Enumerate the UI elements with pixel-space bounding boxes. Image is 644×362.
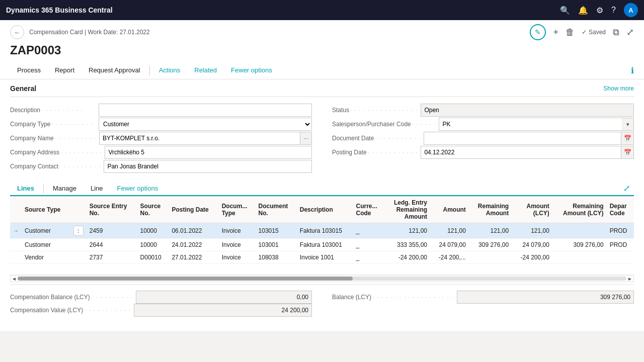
col-source-type: Source Type [22, 197, 70, 223]
document-date-label: Document Date · · · · · · · · · · · [332, 135, 421, 142]
cell-source-no: 10000 [137, 239, 169, 251]
avatar[interactable]: A [624, 3, 638, 17]
delete-button[interactable]: 🗑 [566, 27, 575, 38]
cell-source-no: 10000 [137, 223, 169, 239]
compensation-value-value: 24 200,00 [134, 304, 312, 317]
cell-source-entry-no: 2459 [87, 223, 137, 239]
balance-label: Balance (LCY) · · · · · · · · · · · · · … [332, 294, 454, 301]
tab-request-approval[interactable]: Request Approval [82, 62, 147, 79]
document-date-input-group: 📅 [424, 132, 634, 145]
cell-posting-date: 24.01.2022 [169, 239, 218, 251]
description-row: Description · · · · · · · · · · [10, 103, 312, 117]
page-title: ZAP0003 [10, 43, 634, 57]
tab-actions[interactable]: Actions [152, 62, 188, 79]
tab-lines[interactable]: Lines [10, 182, 41, 196]
scroll-thumb[interactable] [18, 277, 353, 281]
company-contact-label: Company Contact · · · · · · · · · · [10, 163, 101, 170]
expand-button[interactable]: ⤢ [626, 27, 634, 38]
document-date-calendar-button[interactable]: 📅 [621, 132, 634, 145]
breadcrumb-row: ← Compensation Card | Work Date: 27.01.2… [10, 24, 634, 40]
col-menu [70, 197, 87, 223]
horizontal-scrollbar[interactable]: ◄ ► [10, 275, 634, 282]
tab-manage[interactable]: Manage [46, 182, 84, 196]
company-name-ellipsis-button[interactable]: ··· [300, 132, 312, 145]
lines-tab-divider [43, 184, 44, 194]
cell-doc-no: 103015 [256, 223, 297, 239]
salesperson-row: Salesperson/Purchaser Code · · · · · · ▾ [332, 117, 634, 131]
add-button[interactable]: + [553, 27, 558, 38]
cell-arrow: → [10, 223, 22, 239]
col-arrow [10, 197, 22, 223]
general-form: Description · · · · · · · · · · Company … [10, 103, 634, 173]
nav-tabs-row: Process Report Request Approval Actions … [10, 62, 634, 79]
table-row[interactable]: → Customer ⋮ 2459 10000 06.01.2022 Invoi… [10, 223, 634, 239]
help-icon[interactable]: ? [611, 6, 616, 15]
edit-button[interactable]: ✎ [530, 24, 546, 40]
col-ledg-remaining: Ledg. EntryRemainingAmount [384, 197, 430, 223]
company-type-select[interactable]: Customer Vendor [99, 118, 312, 131]
cell-posting-date: 27.01.2022 [169, 251, 218, 264]
saved-indicator: ✓ Saved [582, 29, 606, 36]
page-header: ← Compensation Card | Work Date: 27.01.2… [0, 20, 644, 79]
breadcrumb-left: ← Compensation Card | Work Date: 27.01.2… [10, 25, 150, 39]
posting-date-calendar-button[interactable]: 📅 [621, 146, 634, 159]
document-date-input[interactable] [424, 132, 621, 145]
scroll-left-button[interactable]: ◄ [11, 275, 18, 282]
cell-remaining: 121,00 [469, 223, 512, 239]
scroll-right-button[interactable]: ► [626, 275, 633, 282]
tab-line[interactable]: Line [84, 182, 110, 196]
table-row[interactable]: Vendor 2737 D00010 27.01.2022 Invoice 10… [10, 251, 634, 264]
table-empty-row [10, 264, 634, 275]
tab-related[interactable]: Related [187, 62, 224, 79]
lines-expand-icon[interactable]: ⤢ [619, 182, 634, 195]
cell-doc-no: 103001 [256, 239, 297, 251]
cell-curr-code: _ [353, 223, 384, 239]
cell-dep-code: PROD [607, 239, 634, 251]
back-button[interactable]: ← [10, 25, 24, 39]
cell-menu [70, 251, 87, 264]
balance-row: Balance (LCY) · · · · · · · · · · · · · … [332, 291, 634, 304]
tab-report[interactable]: Report [48, 62, 82, 79]
company-address-input[interactable] [105, 146, 312, 159]
footer-balances: Compensation Balance (LCY) · · · · · · ·… [10, 284, 634, 321]
cell-doc-no: 108038 [256, 251, 297, 264]
cell-amount: 121,00 [430, 223, 469, 239]
row-menu-button[interactable]: ⋮ [73, 226, 84, 236]
cell-amount-lcy: -24 200,00 [512, 251, 552, 264]
tab-lines-fewer-options[interactable]: Fewer options [110, 182, 166, 195]
open-new-window-button[interactable]: ⧉ [613, 27, 619, 38]
salesperson-dropdown-button[interactable]: ▾ [622, 118, 634, 131]
cell-ledg-remaining: 121,00 [384, 223, 430, 239]
cell-amount-lcy: 121,00 [512, 223, 552, 239]
posting-date-input[interactable] [421, 146, 621, 159]
description-input[interactable] [99, 104, 312, 117]
cell-arrow [10, 251, 22, 264]
cell-menu[interactable]: ⋮ [70, 223, 87, 239]
status-row: Status · · · · · · · · · · · · · · · · [332, 103, 634, 117]
tab-fewer-options[interactable]: Fewer options [224, 62, 279, 79]
company-name-input-group: ··· [99, 132, 312, 145]
app-brand: Dynamics 365 Business Central [6, 6, 560, 14]
cell-curr-code: _ [353, 251, 384, 264]
company-contact-input[interactable] [104, 160, 312, 173]
info-icon[interactable]: ℹ [631, 66, 634, 75]
breadcrumb: Compensation Card | Work Date: 27.01.202… [29, 29, 150, 36]
bell-icon[interactable]: 🔔 [578, 6, 588, 15]
breadcrumb-actions: ✎ + 🗑 ✓ Saved ⧉ ⤢ [530, 24, 634, 40]
nav-tabs: Process Report Request Approval Actions … [10, 62, 279, 79]
col-doc-type: Docum...Type [219, 197, 256, 223]
tab-process[interactable]: Process [10, 62, 48, 79]
company-name-input[interactable] [99, 132, 300, 145]
show-more-link[interactable]: Show more [603, 85, 634, 92]
col-source-no: SourceNo. [137, 197, 169, 223]
main-content: General Show more Description · · · · · … [0, 79, 644, 331]
table-row[interactable]: Customer 2644 10000 24.01.2022 Invoice 1… [10, 239, 634, 251]
search-icon[interactable]: 🔍 [560, 6, 570, 15]
settings-icon[interactable]: ⚙ [596, 6, 603, 15]
salesperson-input[interactable] [439, 118, 622, 131]
general-left-col: Description · · · · · · · · · · Company … [10, 103, 312, 173]
cell-amount: 24 079,00 [430, 239, 469, 251]
cell-source-entry-no: 2644 [87, 239, 137, 251]
col-dep-code: DeparCode [607, 197, 634, 223]
cell-menu [70, 239, 87, 251]
